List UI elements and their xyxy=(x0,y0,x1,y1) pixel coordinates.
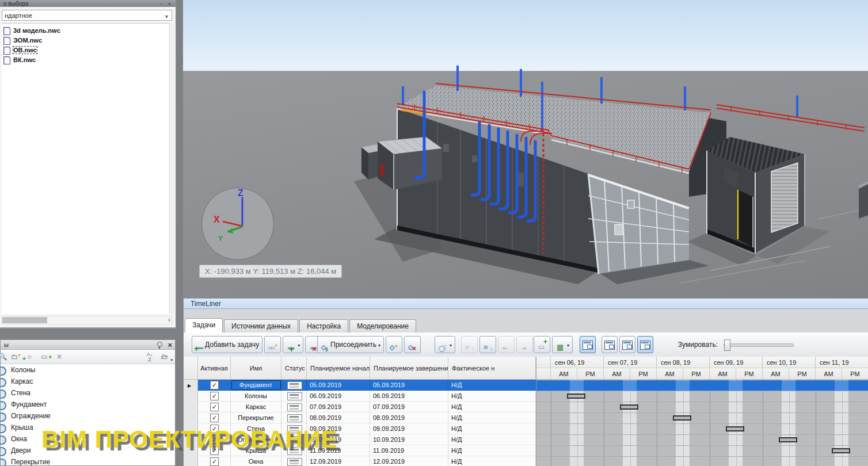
task-name-cell[interactable]: Колоны xyxy=(231,391,281,402)
tab-Задачи[interactable]: Задачи xyxy=(185,318,223,333)
task-active-checkbox[interactable]: ✓ xyxy=(210,403,219,411)
task-actual-cell[interactable]: Н/Д xyxy=(448,423,536,434)
scroll-right-arrow-icon[interactable]: › xyxy=(168,316,170,324)
task-status-cell[interactable] xyxy=(281,412,307,423)
column-header[interactable]: Активная xyxy=(198,357,231,380)
tree-item-file[interactable]: ЭОМ.nwc xyxy=(2,36,169,45)
delete-set-icon[interactable]: ✕ xyxy=(54,352,65,362)
add-comment-button[interactable] xyxy=(534,336,550,353)
row-selector[interactable] xyxy=(184,391,198,402)
task-actual-cell[interactable]: Н/Д xyxy=(448,434,536,445)
zoom-slider-thumb[interactable] xyxy=(724,339,730,351)
gantt-task-bar[interactable] xyxy=(673,415,691,421)
tab-Источники данных[interactable]: Источники данных xyxy=(224,319,298,333)
indent-button[interactable] xyxy=(498,336,515,353)
task-end-cell[interactable]: 08.09.2019 xyxy=(370,412,448,423)
column-header[interactable]: Планируемое завершение xyxy=(370,357,448,380)
task-active-cell[interactable]: ✓ xyxy=(198,380,231,391)
new-folder-icon[interactable]: 🗀✦ xyxy=(9,352,20,362)
tree-item-file[interactable]: ОВ.nwc xyxy=(2,45,169,55)
add-comment-icon[interactable]: ▭+ xyxy=(39,352,50,362)
task-name-cell[interactable]: Перекрытие xyxy=(231,412,281,423)
task-end-cell[interactable]: 05.09.2019 xyxy=(370,380,448,391)
task-status-cell[interactable] xyxy=(281,402,307,412)
task-end-cell[interactable]: 10.09.2019 xyxy=(370,434,448,445)
task-start-cell[interactable]: 07.09.2019 xyxy=(307,402,370,412)
set-item[interactable]: Перекрытие xyxy=(1,456,175,465)
building-model[interactable] xyxy=(183,0,868,298)
task-actual-cell[interactable]: Н/Д xyxy=(448,380,536,391)
task-active-cell[interactable]: ✓ xyxy=(198,456,231,466)
columns-button[interactable]: ▾ xyxy=(552,336,573,353)
move-down-button[interactable] xyxy=(479,336,496,353)
tab-Настройка[interactable]: Настройка xyxy=(299,319,348,333)
task-end-cell[interactable]: 09.09.2019 xyxy=(370,423,448,434)
task-start-cell[interactable]: 05.09.2019 xyxy=(307,380,370,391)
task-active-cell[interactable]: ✓ xyxy=(198,412,231,423)
task-end-cell[interactable]: 12.09.2019 xyxy=(370,456,448,466)
task-actual-cell[interactable]: Н/Д xyxy=(448,456,536,466)
auto-add-task-button[interactable]: ▾ xyxy=(283,336,303,353)
task-name-cell[interactable]: Каркас xyxy=(231,402,281,412)
task-active-checkbox[interactable]: ✓ xyxy=(210,457,219,466)
row-selector[interactable]: ▶ xyxy=(184,380,198,391)
sets-panel-titlebar[interactable]: ы × xyxy=(1,340,175,350)
clear-attach-button[interactable] xyxy=(404,336,421,353)
gantt-chart[interactable]: сен 06, 19AMPMсен 07, 19AMPMсен 08, 19AM… xyxy=(536,357,868,466)
task-end-cell[interactable]: 07.09.2019 xyxy=(370,402,448,412)
task-active-checkbox[interactable]: ✓ xyxy=(210,381,219,389)
task-status-cell[interactable] xyxy=(281,380,307,391)
timeliner-titlebar[interactable]: TimeLiner xyxy=(184,298,868,309)
task-start-cell[interactable]: 12.09.2019 xyxy=(307,456,370,466)
orientation-gizmo[interactable]: Z X Y xyxy=(201,188,274,260)
task-actual-cell[interactable]: Н/Д xyxy=(448,402,536,412)
view-planned-button[interactable] xyxy=(619,336,635,353)
set-item[interactable]: Стена xyxy=(1,387,175,399)
move-up-button[interactable] xyxy=(461,336,478,353)
column-header[interactable]: Фактическое н xyxy=(448,357,536,380)
auto-attach-button[interactable] xyxy=(386,336,402,353)
horizontal-scrollbar[interactable]: › xyxy=(2,316,172,324)
row-selector[interactable] xyxy=(184,456,198,466)
gantt-task-bar[interactable] xyxy=(567,394,585,399)
row-selector[interactable] xyxy=(184,402,198,412)
gantt-task-bar[interactable] xyxy=(779,437,797,442)
task-status-cell[interactable] xyxy=(281,391,307,402)
task-name-cell[interactable]: Окна xyxy=(231,456,281,466)
update-set-icon[interactable]: ○+ xyxy=(24,352,35,362)
tree-item-file[interactable]: ВК.nwc xyxy=(2,55,169,65)
pin-icon[interactable] xyxy=(157,342,162,347)
set-item[interactable]: Колоны xyxy=(1,364,175,376)
set-item[interactable]: Фундамент xyxy=(1,399,175,410)
gantt-task-bar[interactable] xyxy=(832,448,850,453)
import-export-icon[interactable]: 🗁▾ xyxy=(159,352,170,362)
gantt-task-bar[interactable] xyxy=(620,404,638,410)
task-active-checkbox[interactable]: ✓ xyxy=(210,414,219,422)
task-start-cell[interactable]: 08.09.2019 xyxy=(307,412,370,423)
column-header[interactable]: Имя xyxy=(231,357,281,380)
task-status-cell[interactable] xyxy=(281,456,307,466)
task-start-cell[interactable]: 06.09.2019 xyxy=(307,391,370,402)
set-item[interactable]: Ограждение xyxy=(1,410,175,422)
task-actual-cell[interactable]: Н/Д xyxy=(448,445,536,456)
selection-mode-dropdown[interactable]: ндартное ▾ xyxy=(2,10,172,21)
view-tasks-button[interactable] xyxy=(580,336,596,353)
viewport-3d[interactable]: Z X Y X: -190,933 м Y: 119,513 м Z: 16,0… xyxy=(183,0,868,298)
task-active-cell[interactable]: ✓ xyxy=(198,402,231,412)
selection-tree-titlebar[interactable]: о выбора ◦ × xyxy=(0,0,176,7)
add-task-button[interactable]: Добавить задачу xyxy=(192,336,262,353)
row-selector[interactable] xyxy=(184,412,198,423)
panel-pin-close-icons[interactable]: ◦ × xyxy=(160,0,173,7)
scrollbar-thumb[interactable] xyxy=(2,317,47,323)
save-selection-icon[interactable]: 🔍 xyxy=(0,352,9,362)
task-name-cell[interactable]: Фундамент xyxy=(231,380,281,391)
task-active-cell[interactable]: ✓ xyxy=(198,391,231,402)
tab-Моделирование[interactable]: Моделирование xyxy=(349,319,416,333)
close-icon[interactable]: × xyxy=(167,340,172,350)
outdent-button[interactable] xyxy=(516,336,533,353)
column-header[interactable]: Статус xyxy=(281,357,307,380)
gantt-task-bar[interactable] xyxy=(726,426,744,431)
attach-button[interactable]: Присоединить▾ xyxy=(317,336,384,353)
sort-az-icon[interactable]: A↓Z xyxy=(144,352,155,362)
view-planned-actual-button[interactable] xyxy=(637,336,653,353)
